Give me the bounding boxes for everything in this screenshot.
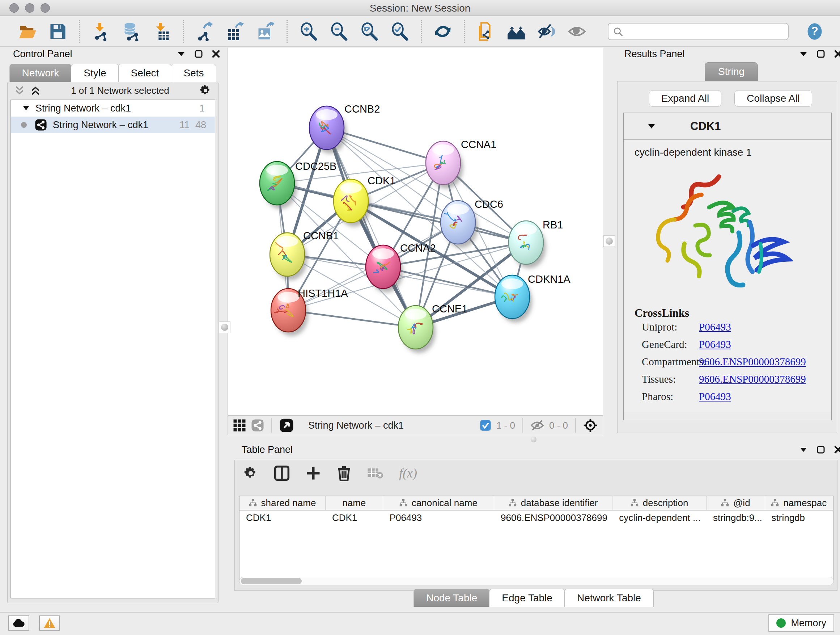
network-view-icon[interactable] — [251, 419, 264, 432]
help-icon[interactable]: ? — [804, 21, 825, 42]
float-panel-icon[interactable] — [817, 446, 825, 454]
results-panel-title: Results Panel — [624, 49, 685, 60]
bottom-splitter-handle[interactable] — [531, 437, 537, 442]
tab-network[interactable]: Network — [9, 64, 72, 82]
table-cell[interactable]: CDK1 — [240, 510, 325, 525]
export-network-icon[interactable] — [194, 21, 215, 42]
crosslink-link[interactable]: 9606.ENSP00000378699 — [699, 373, 806, 385]
table-cell[interactable]: cyclin-dependent ... — [613, 510, 706, 525]
zoom-fit-icon[interactable] — [359, 21, 380, 42]
toolbar-separator — [464, 20, 465, 43]
grid-view-icon[interactable] — [233, 419, 246, 432]
export-table-icon[interactable] — [225, 21, 246, 42]
crosslink-link[interactable]: P06493 — [699, 339, 731, 350]
column-header-database-identifier[interactable]: database identifier — [494, 496, 613, 510]
function-builder-icon[interactable]: f(x) — [399, 466, 417, 481]
duplicate-network-icon[interactable] — [475, 21, 496, 42]
collection-expander-icon[interactable] — [22, 105, 30, 111]
network-node-count: 11 — [180, 119, 189, 131]
left-splitter-handle[interactable] — [219, 321, 231, 333]
selected-checkbox-icon[interactable] — [480, 420, 491, 431]
memory-button[interactable]: Memory — [768, 614, 834, 632]
network-canvas[interactable]: CCNB2CCNA1CDC25BCDK1CDC6RB1CCNB1CCNA2CDK… — [227, 47, 603, 416]
import-network-icon[interactable] — [90, 21, 111, 42]
network-row[interactable]: String Network – cdk1 11 48 — [11, 117, 215, 133]
expand-all-button[interactable]: Expand All — [649, 90, 722, 107]
crosslink-link[interactable]: P06493 — [699, 321, 731, 333]
tab-sets[interactable]: Sets — [171, 64, 216, 82]
scrollbar-thumb[interactable] — [241, 578, 302, 584]
column-header-shared-name[interactable]: shared name — [240, 496, 325, 510]
protein-card-header[interactable]: CDK1 — [624, 113, 831, 140]
panel-menu-icon[interactable] — [799, 51, 807, 57]
panel-menu-icon[interactable] — [799, 447, 807, 453]
close-panel-icon[interactable] — [212, 50, 220, 58]
close-panel-icon[interactable] — [834, 446, 840, 454]
first-neighbors-icon[interactable] — [506, 21, 527, 42]
show-all-icon[interactable] — [567, 21, 587, 42]
warnings-button[interactable] — [39, 616, 60, 631]
apply-layout-icon[interactable] — [432, 21, 453, 42]
network-icon — [35, 119, 47, 131]
import-network-from-database-icon[interactable] — [121, 21, 142, 42]
right-splitter-handle[interactable] — [603, 235, 615, 247]
table-row[interactable]: CDK1CDK1P064939606.ENSP00000378699cyclin… — [240, 510, 833, 525]
window-title: Session: New Session — [0, 3, 840, 14]
tab-network-table[interactable]: Network Table — [564, 589, 654, 607]
tab-node-table[interactable]: Node Table — [414, 589, 490, 607]
protein-expander-icon[interactable] — [647, 124, 655, 129]
show-columns-icon[interactable] — [274, 465, 290, 481]
tab-select[interactable]: Select — [118, 64, 172, 82]
open-session-icon[interactable] — [17, 21, 38, 42]
network-tree: String Network – cdk1 1 String Network –… — [11, 100, 215, 599]
tab-string[interactable]: String — [705, 62, 758, 81]
panel-menu-icon[interactable] — [177, 51, 185, 57]
expand-all-networks-icon[interactable] — [30, 86, 41, 95]
selected-node-edge-counts: 1 - 0 — [496, 420, 515, 431]
table-cell[interactable]: P06493 — [383, 510, 494, 525]
tab-edge-table[interactable]: Edge Table — [489, 589, 565, 607]
collapse-all-button[interactable]: Collapse All — [734, 90, 812, 107]
network-collection-row[interactable]: String Network – cdk1 1 — [11, 100, 215, 117]
birds-eye-view-icon[interactable] — [583, 418, 598, 432]
hide-selection-icon[interactable] — [536, 21, 557, 42]
crosslink-link[interactable]: 9606.ENSP00000378699 — [699, 356, 806, 368]
table-options-gear-icon[interactable] — [243, 466, 258, 480]
close-panel-icon[interactable] — [834, 50, 840, 58]
import-table-icon[interactable] — [151, 21, 172, 42]
delete-table-icon[interactable] — [367, 467, 383, 480]
graph-node-label-CDC25B: CDC25B — [295, 160, 336, 172]
column-header-namespac[interactable]: namespac — [765, 496, 833, 510]
search-input[interactable] — [608, 23, 789, 40]
column-header-description[interactable]: description — [613, 496, 706, 510]
table-cell[interactable]: 9606.ENSP00000378699 — [494, 510, 613, 525]
network-options-gear-icon[interactable] — [199, 84, 212, 97]
table-cell[interactable]: CDK1 — [325, 510, 383, 525]
network-view-title: String Network – cdk1 — [308, 420, 475, 431]
zoom-out-icon[interactable] — [328, 21, 349, 42]
titlebar: Session: New Session — [0, 0, 840, 16]
column-header-@id[interactable]: @id — [706, 496, 765, 510]
table-cell[interactable]: stringdb:9... — [706, 510, 765, 525]
cloud-status-button[interactable] — [8, 616, 29, 631]
save-session-icon[interactable] — [47, 21, 68, 42]
crosslink-link[interactable]: P06493 — [699, 391, 731, 402]
delete-column-icon[interactable] — [337, 465, 351, 481]
column-header-canonical-name[interactable]: canonical name — [383, 496, 494, 510]
export-image-icon[interactable] — [255, 21, 276, 42]
create-column-icon[interactable] — [306, 466, 321, 481]
graph-node-label-CDC6: CDC6 — [475, 198, 503, 210]
float-panel-icon[interactable] — [195, 50, 202, 58]
table-cell[interactable]: stringdb — [765, 510, 833, 525]
graph-node-label-RB1: RB1 — [543, 219, 563, 231]
column-header-name[interactable]: name — [325, 496, 383, 510]
control-panel-tabs: NetworkStyleSelectSets — [3, 64, 223, 82]
tab-style[interactable]: Style — [71, 64, 118, 82]
detach-view-icon[interactable] — [279, 418, 294, 432]
float-panel-icon[interactable] — [817, 50, 825, 58]
zoom-in-icon[interactable] — [298, 21, 319, 42]
collapse-all-networks-icon[interactable] — [14, 86, 25, 95]
network-graph[interactable]: CCNB2CCNA1CDC25BCDK1CDC6RB1CCNB1CCNA2CDK… — [228, 48, 603, 415]
zoom-selected-icon[interactable] — [389, 21, 410, 42]
protein-card-body: cyclin-dependent kinase 1 — [624, 140, 831, 412]
